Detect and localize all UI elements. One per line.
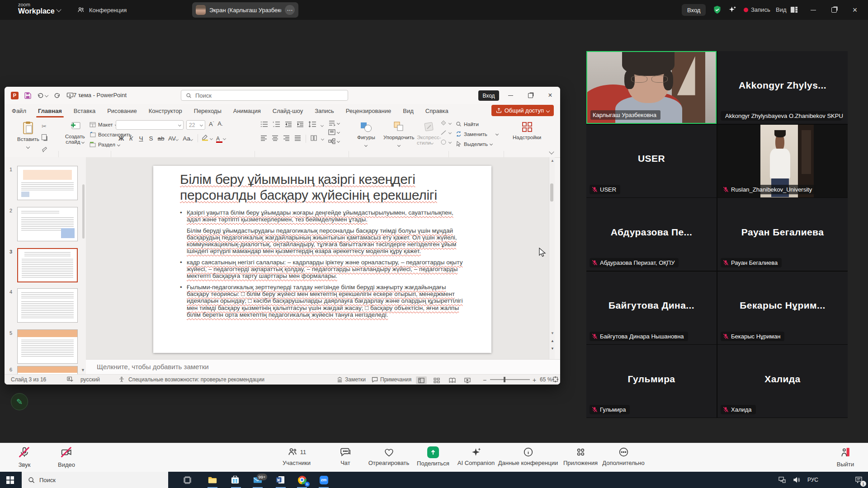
quick-styles-button[interactable]: Экспресс- стили [417, 121, 441, 145]
next-slide-button[interactable]: ▼ [551, 347, 554, 351]
numbering-icon[interactable] [273, 121, 280, 129]
participant-tile-user[interactable]: USER USER [586, 125, 717, 197]
tab-view[interactable]: Вид [403, 108, 414, 114]
accessibility-status[interactable]: Специальные возможности: проверьте реком… [128, 376, 264, 383]
participant-tile-ruslan[interactable]: Ruslan_Zhanibekov_University [717, 125, 848, 197]
highlight-color-button[interactable] [201, 134, 209, 143]
grow-font-button[interactable]: Аˆ [209, 121, 214, 127]
format-painter-icon[interactable] [42, 146, 47, 154]
zoom-out-button[interactable]: − [483, 376, 486, 384]
tab-home[interactable]: Главная [38, 108, 62, 114]
tab-help[interactable]: Справка [425, 108, 448, 114]
slide-thumbnail-4[interactable] [17, 288, 78, 323]
accessibility-icon[interactable] [118, 376, 125, 383]
slide-thumbnail-2[interactable] [17, 207, 78, 241]
shape-effects-button[interactable] [440, 139, 451, 145]
slide-thumbnail-3-selected[interactable] [17, 248, 78, 282]
cut-icon[interactable]: ✂ [42, 123, 47, 130]
notes-pane[interactable]: Щелкните, чтобы добавить заметки [86, 359, 560, 375]
align-left-icon[interactable] [260, 135, 267, 143]
participant-tile-karlygash[interactable]: Карлыгаш Уразбековна [586, 51, 717, 124]
thumbnail-scrollbar[interactable] [82, 184, 85, 239]
editor-scrollbar[interactable]: ▲ ▼ ▲ ▼ [549, 157, 555, 359]
italic-button[interactable]: К [127, 135, 136, 142]
ppt-search-box[interactable]: Поиск [181, 90, 348, 101]
arrange-button[interactable]: Упорядочить [383, 121, 414, 148]
tab-draw[interactable]: Рисование [107, 108, 137, 114]
participant-tile-akkongyr[interactable]: Akkongyr Zhylys... Akkongyr Zhylysbayeva… [717, 51, 848, 124]
replace-button[interactable]: Заменить [456, 131, 498, 137]
tab-slideshow[interactable]: Слайд-шоу [273, 108, 303, 114]
tab-file[interactable]: Файл [12, 108, 26, 114]
smartart-button[interactable] [328, 138, 340, 144]
scroll-up-icon[interactable]: ▲ [551, 159, 554, 163]
copy-icon[interactable] [42, 134, 47, 142]
more-button[interactable]: Дополнительно [596, 446, 651, 466]
chrome-icon[interactable]: Б [292, 472, 312, 488]
workspace-chevron-icon[interactable] [56, 7, 61, 12]
video-button[interactable]: Видео [51, 446, 82, 468]
slideshow-view-button[interactable] [462, 376, 473, 384]
start-button[interactable] [0, 472, 20, 488]
font-size-combobox[interactable]: 22 [186, 120, 205, 130]
columns-icon[interactable] [311, 135, 317, 143]
text-direction-button[interactable] [328, 120, 340, 126]
char-spacing-button[interactable]: AV [166, 135, 180, 142]
line-spacing-icon[interactable] [308, 121, 316, 129]
font-name-combobox[interactable] [116, 120, 184, 130]
window-close-button[interactable]: × [845, 0, 864, 20]
tab-design[interactable]: Конструктор [149, 108, 182, 114]
zoom-app-icon[interactable]: zm [314, 472, 334, 488]
underline-button[interactable]: Ч [137, 135, 146, 142]
increase-indent-icon[interactable] [297, 121, 304, 129]
new-slide-button[interactable]: Создать слайд [65, 121, 85, 145]
volume-icon[interactable] [789, 472, 804, 488]
language-indicator[interactable]: РУС [805, 472, 821, 488]
view-label[interactable]: Вид [776, 6, 787, 13]
section-button[interactable]: Раздел [90, 142, 120, 147]
slide-thumbnail-6[interactable] [17, 366, 78, 374]
shape-fill-button[interactable] [440, 120, 451, 126]
ppt-share-button[interactable]: Общий доступ [491, 105, 554, 116]
ppt-sign-in-button[interactable]: Вход [478, 90, 499, 101]
fit-slide-button[interactable] [552, 376, 558, 382]
react-button[interactable]: Отреагировать [362, 446, 416, 466]
task-view-button[interactable] [177, 472, 197, 488]
change-case-button[interactable]: Аа [181, 135, 194, 142]
justify-icon[interactable] [294, 135, 301, 143]
action-center-icon[interactable]: 1 [849, 472, 868, 488]
redo-icon[interactable] [54, 92, 61, 99]
annotation-pencil-button[interactable]: ✎ [11, 393, 28, 410]
bullets-icon[interactable] [260, 121, 268, 129]
security-shield-icon[interactable] [712, 5, 722, 14]
participant-tile-baigutova[interactable]: Байгутова Дина... Байгутова Динара Нышан… [586, 272, 717, 344]
layout-button[interactable]: Макет [90, 122, 118, 127]
shadow-button[interactable]: S [146, 135, 156, 142]
network-icon[interactable] [775, 472, 789, 488]
participants-button[interactable]: 11 Участники [274, 446, 319, 466]
participant-tile-khalida[interactable]: Халида Халида [717, 345, 848, 418]
ppt-close-button[interactable]: × [540, 87, 560, 104]
reading-view-button[interactable] [447, 376, 458, 384]
bold-button[interactable]: Ж [117, 135, 126, 142]
participant-tile-bekarys[interactable]: Бекарыс Нұрим... Бекарыс Нұриман [717, 272, 848, 344]
mail-icon[interactable]: 99+ [248, 472, 268, 488]
shape-outline-button[interactable] [440, 130, 451, 136]
word-icon[interactable] [270, 472, 290, 488]
previous-slide-button[interactable]: ▲ [551, 339, 554, 343]
participant-tile-rauan[interactable]: Рауан Бегалиева Рауан Бегалиева [717, 198, 848, 271]
font-color-button[interactable]: А [216, 134, 222, 143]
normal-view-button[interactable] [416, 376, 427, 384]
slide-canvas[interactable]: Білім беру ұйымының қазіргі кезеңдегі пе… [153, 166, 491, 353]
spellcheck-icon[interactable] [67, 376, 73, 382]
taskbar-search-box[interactable]: Поиск [22, 472, 168, 488]
slide-sorter-view-button[interactable] [431, 376, 442, 384]
view-layout-icon[interactable] [790, 6, 798, 14]
audio-button[interactable]: Звук [10, 446, 39, 468]
undo-icon[interactable] [37, 92, 48, 99]
share-screen-button[interactable]: Поделиться [411, 446, 455, 467]
window-restore-button[interactable] [825, 0, 844, 20]
microsoft-store-icon[interactable] [225, 472, 245, 488]
align-right-icon[interactable] [283, 135, 290, 143]
notes-toggle[interactable]: Заметки [337, 376, 366, 383]
